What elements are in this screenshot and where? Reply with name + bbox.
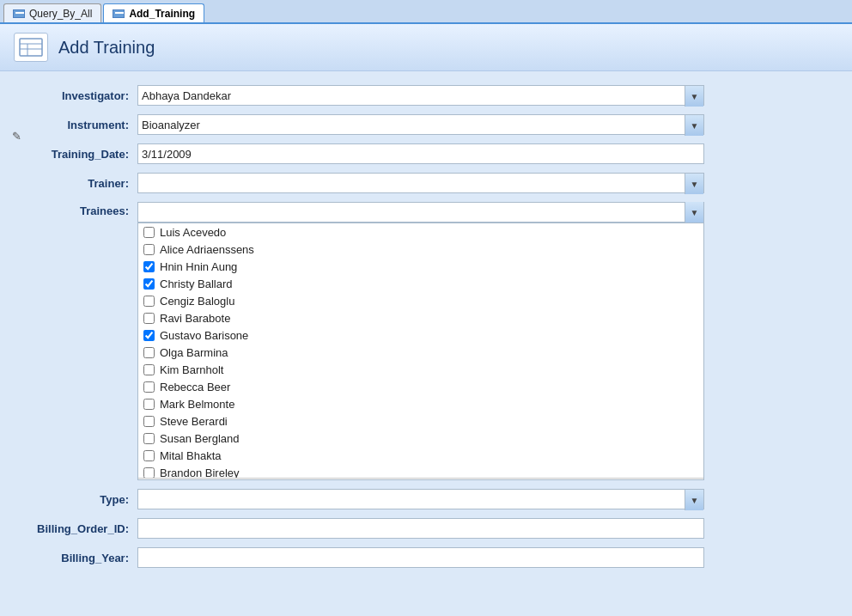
billing-order-id-field[interactable] bbox=[137, 518, 704, 539]
trainee-name-8: Kim Barnholt bbox=[160, 363, 223, 376]
trainees-label: Trainees: bbox=[26, 202, 137, 217]
trainee-checkbox-8[interactable] bbox=[143, 364, 155, 375]
training-date-row: Training_Date: bbox=[26, 143, 826, 164]
trainee-name-2: Hnin Hnin Aung bbox=[160, 260, 237, 273]
list-item[interactable]: Susan Bergland bbox=[138, 430, 703, 447]
list-item[interactable]: Alice Adriaenssens bbox=[138, 241, 703, 258]
trainer-dropdown[interactable]: ▼ bbox=[137, 173, 704, 193]
instrument-row: Instrument: Bioanalyzer ▼ bbox=[26, 114, 826, 135]
instrument-dropdown[interactable]: Bioanalyzer ▼ bbox=[137, 114, 704, 135]
billing-order-id-row: Billing_Order_ID: bbox=[26, 518, 826, 539]
tab-query-icon bbox=[13, 9, 25, 18]
trainee-name-14: Brandon Bireley bbox=[160, 467, 240, 479]
trainee-checkbox-2[interactable] bbox=[143, 261, 155, 272]
trainee-checkbox-12[interactable] bbox=[143, 433, 155, 444]
trainee-checkbox-3[interactable] bbox=[143, 278, 155, 290]
trainees-arrow-btn[interactable]: ▼ bbox=[685, 202, 703, 223]
svg-rect-0 bbox=[20, 39, 42, 56]
investigator-row: Investigator: Abhaya Dandekar ▼ bbox=[26, 85, 826, 106]
trainees-input-row: ▼ bbox=[137, 202, 704, 223]
tab-add-training-icon bbox=[113, 9, 125, 18]
trainee-checkbox-6[interactable] bbox=[143, 330, 155, 341]
tab-add-training[interactable]: Add_Training bbox=[103, 3, 204, 22]
form-icon-svg bbox=[19, 38, 43, 57]
trainee-name-11: Steve Berardi bbox=[160, 415, 228, 428]
investigator-select[interactable]: Abhaya Dandekar bbox=[138, 86, 703, 105]
trainee-name-4: Cengiz Baloglu bbox=[160, 295, 234, 308]
list-item[interactable]: Steve Berardi bbox=[138, 412, 703, 430]
trainee-name-0: Luis Acevedo bbox=[160, 226, 226, 239]
trainee-name-7: Olga Barmina bbox=[160, 346, 228, 359]
trainee-name-10: Mark Belmonte bbox=[160, 398, 234, 411]
form-rows-below: Type: ▼ Billing_Order_ID: Billing_Year: bbox=[0, 480, 852, 585]
page-title: Add Training bbox=[58, 38, 155, 58]
trainees-input[interactable] bbox=[138, 206, 685, 219]
page-header: Add Training bbox=[0, 24, 852, 71]
billing-order-id-label: Billing_Order_ID: bbox=[26, 522, 137, 535]
trainer-select[interactable] bbox=[138, 174, 703, 192]
billing-order-id-input[interactable] bbox=[142, 522, 700, 535]
training-date-label: Training_Date: bbox=[26, 148, 137, 161]
list-item[interactable]: Hnin Hnin Aung bbox=[138, 258, 703, 275]
billing-year-input[interactable] bbox=[142, 552, 700, 564]
billing-year-label: Billing_Year: bbox=[26, 552, 137, 564]
list-item[interactable]: Kim Barnholt bbox=[138, 361, 703, 378]
type-label: Type: bbox=[26, 493, 137, 506]
list-item[interactable]: Cengiz Baloglu bbox=[138, 292, 703, 309]
trainee-checkbox-10[interactable] bbox=[143, 399, 155, 410]
trainee-checkbox-9[interactable] bbox=[143, 381, 155, 393]
trainee-name-3: Christy Ballard bbox=[160, 278, 233, 290]
type-select[interactable] bbox=[138, 490, 703, 509]
list-item[interactable]: Rebecca Beer bbox=[138, 378, 703, 395]
trainees-wrapper: ▼ Luis AcevedoAlice AdriaenssensHnin Hni… bbox=[137, 202, 704, 223]
investigator-label: Investigator: bbox=[26, 89, 137, 102]
list-item[interactable]: Luis Acevedo bbox=[138, 223, 703, 241]
list-item[interactable]: Mark Belmonte bbox=[138, 395, 703, 412]
type-row: Type: ▼ bbox=[26, 489, 826, 509]
header-icon bbox=[14, 33, 48, 62]
edit-icon: ✎ bbox=[12, 130, 21, 143]
trainee-name-5: Ravi Barabote bbox=[160, 312, 230, 325]
trainee-checkbox-13[interactable] bbox=[143, 450, 155, 461]
trainee-name-6: Gustavo Barisone bbox=[160, 329, 248, 342]
instrument-label: Instrument: bbox=[26, 119, 137, 131]
tab-query-by-all[interactable]: Query_By_All bbox=[3, 3, 101, 22]
list-item[interactable]: Mital Bhakta bbox=[138, 447, 703, 464]
trainees-listbox: Luis AcevedoAlice AdriaenssensHnin Hnin … bbox=[137, 223, 704, 480]
billing-year-field[interactable] bbox=[137, 547, 704, 568]
list-item[interactable]: Gustavo Barisone bbox=[138, 326, 703, 344]
list-item[interactable]: Olga Barmina bbox=[138, 344, 703, 361]
list-item[interactable]: Christy Ballard bbox=[138, 275, 703, 292]
trainer-label: Trainer: bbox=[26, 177, 137, 190]
trainee-name-12: Susan Bergland bbox=[160, 432, 240, 445]
trainee-checkbox-5[interactable] bbox=[143, 313, 155, 324]
list-item[interactable]: Ravi Barabote bbox=[138, 309, 703, 326]
form-area: Investigator: Abhaya Dandekar ▼ Instrume… bbox=[0, 71, 852, 240]
trainees-listbox-inner: Luis AcevedoAlice AdriaenssensHnin Hnin … bbox=[138, 223, 703, 478]
trainee-checkbox-4[interactable] bbox=[143, 296, 155, 307]
trainee-checkbox-1[interactable] bbox=[143, 244, 155, 255]
training-date-input[interactable] bbox=[142, 148, 700, 161]
billing-year-row: Billing_Year: bbox=[26, 547, 826, 568]
list-item[interactable]: Brandon Bireley bbox=[138, 464, 703, 478]
instrument-select[interactable]: Bioanalyzer bbox=[138, 115, 703, 134]
training-date-field[interactable] bbox=[137, 143, 704, 164]
investigator-dropdown[interactable]: Abhaya Dandekar ▼ bbox=[137, 85, 704, 106]
trainee-checkbox-0[interactable] bbox=[143, 227, 155, 238]
listbox-footer: OK Cancel bbox=[138, 478, 703, 480]
trainees-row: Trainees: ▼ Luis AcevedoAlice Adriaensse… bbox=[26, 202, 826, 223]
trainee-name-9: Rebecca Beer bbox=[160, 381, 230, 393]
trainee-checkbox-11[interactable] bbox=[143, 416, 155, 427]
main-area: Add Training ✎ Investigator: Abhaya Dand… bbox=[0, 24, 852, 616]
tab-bar: Query_By_All Add_Training bbox=[0, 0, 852, 24]
trainee-name-13: Mital Bhakta bbox=[160, 449, 222, 462]
trainee-name-1: Alice Adriaenssens bbox=[160, 243, 254, 256]
trainer-row: Trainer: ▼ bbox=[26, 173, 826, 193]
trainee-checkbox-14[interactable] bbox=[143, 467, 155, 479]
trainee-checkbox-7[interactable] bbox=[143, 347, 155, 358]
type-dropdown[interactable]: ▼ bbox=[137, 489, 704, 509]
